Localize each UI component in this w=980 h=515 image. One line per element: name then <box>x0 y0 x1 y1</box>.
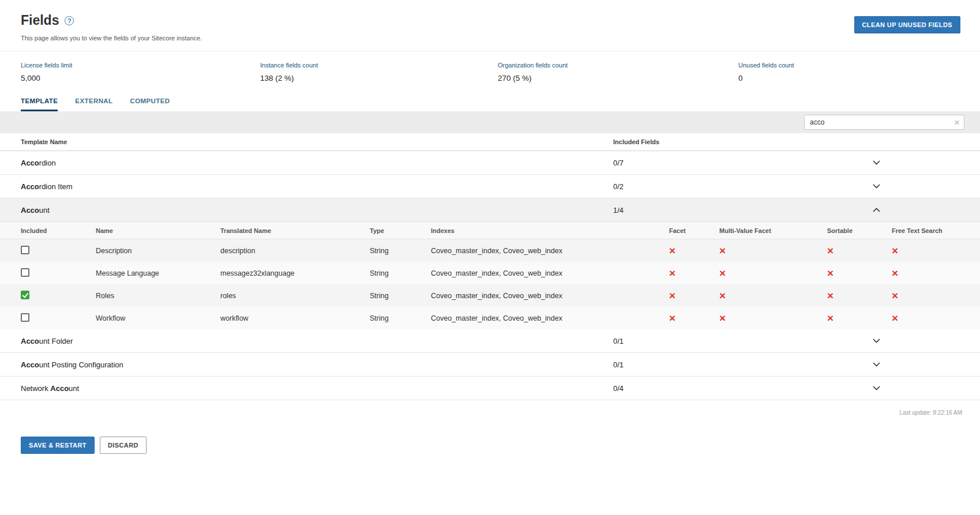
save-restart-button[interactable]: SAVE & RESTART <box>21 437 95 454</box>
sortable-disabled-icon: × <box>827 267 833 279</box>
included-fields-count: 0/2 <box>613 182 873 191</box>
stat-unused-fields-count: Unused fields count 0 <box>738 62 959 82</box>
column-header-included-fields: Included Fields <box>613 138 873 145</box>
multi-value-facet-disabled-icon: × <box>719 267 726 279</box>
tab-external[interactable]: EXTERNAL <box>75 97 112 111</box>
page-header: Fields ? This page allows you to view th… <box>0 0 980 51</box>
field-row-message-language: Message Language messagez32xlanguage Str… <box>0 262 980 284</box>
discard-button[interactable]: DISCARD <box>100 437 147 454</box>
template-row-accordion-item[interactable]: Accordion Item 0/2 <box>0 175 980 198</box>
help-icon[interactable]: ? <box>65 16 74 25</box>
clean-up-unused-fields-button[interactable]: CLEAN UP UNUSED FIELDS <box>854 16 961 33</box>
column-header-type: Type <box>370 227 431 234</box>
template-row-accordion[interactable]: Accordion 0/7 <box>0 151 980 175</box>
stat-value: 270 (5 %) <box>498 74 738 82</box>
facet-disabled-icon: × <box>669 267 675 279</box>
template-row-network-account[interactable]: Network Account 0/4 <box>0 377 980 400</box>
included-fields-count: 0/4 <box>613 384 873 393</box>
field-indexes: Coveo_master_index, Coveo_web_index <box>431 292 669 300</box>
chevron-down-icon[interactable] <box>873 339 880 343</box>
column-header-facet: Facet <box>669 227 719 234</box>
template-name: Accordion Item <box>21 182 613 191</box>
table-toolbar: × <box>0 111 980 133</box>
name-rest: unt Folder <box>39 337 73 345</box>
templates-table: Template Name Included Fields Accordion … <box>0 133 980 400</box>
sortable-disabled-icon: × <box>827 290 833 302</box>
field-type: String <box>370 269 431 277</box>
template-name: Account Posting Configuration <box>21 360 613 369</box>
sortable-disabled-icon: × <box>827 245 833 257</box>
name-match: Acco <box>21 337 39 345</box>
tab-computed[interactable]: COMPUTED <box>130 97 170 111</box>
stat-label: Unused fields count <box>738 62 959 69</box>
name-match: Acco <box>21 159 39 167</box>
facet-disabled-icon: × <box>669 290 675 302</box>
field-row-description: Description description String Coveo_mas… <box>0 239 980 262</box>
column-header-sortable: Sortable <box>827 227 892 234</box>
name-match: Acco <box>21 182 39 191</box>
chevron-down-icon[interactable] <box>873 362 880 367</box>
included-fields-count: 0/1 <box>613 360 873 369</box>
free-text-search-disabled-icon: × <box>892 290 898 302</box>
included-checkbox[interactable] <box>21 313 29 322</box>
page-title: Fields <box>21 13 59 28</box>
multi-value-facet-disabled-icon: × <box>719 312 726 324</box>
name-rest: rdion <box>39 159 56 167</box>
stat-license-fields-limit: License fields limit 5,000 <box>21 62 260 82</box>
chevron-down-icon[interactable] <box>873 386 880 390</box>
chevron-down-icon[interactable] <box>873 184 880 189</box>
column-header-name: Name <box>96 227 220 234</box>
field-type: String <box>370 247 431 255</box>
included-fields-count: 1/4 <box>613 206 873 215</box>
stat-label: Instance fields count <box>260 62 498 69</box>
field-type: String <box>370 292 431 300</box>
field-name: Workflow <box>96 314 220 322</box>
field-translated-name: description <box>220 247 370 255</box>
column-header-included: Included <box>21 227 96 234</box>
name-match: Acco <box>21 360 39 369</box>
stat-organization-fields-count: Organization fields count 270 (5 %) <box>498 62 738 82</box>
column-header-indexes: Indexes <box>431 227 669 234</box>
field-translated-name: workflow <box>220 314 370 322</box>
template-row-account-folder[interactable]: Account Folder 0/1 <box>0 329 980 353</box>
field-name: Description <box>96 247 220 255</box>
field-translated-name: roles <box>220 292 370 300</box>
free-text-search-disabled-icon: × <box>892 245 898 257</box>
clear-search-icon[interactable]: × <box>954 118 960 127</box>
field-translated-name: messagez32xlanguage <box>220 269 370 277</box>
template-name: Accordion <box>21 159 613 167</box>
name-match: Acco <box>21 206 39 215</box>
included-fields-count: 0/1 <box>613 337 873 345</box>
stat-label: Organization fields count <box>498 62 738 69</box>
tab-template[interactable]: TEMPLATE <box>21 97 58 111</box>
last-update-timestamp: Last update: 8:22:16 AM <box>0 400 980 416</box>
template-name: Network Account <box>21 384 613 393</box>
title-row: Fields ? <box>21 13 960 28</box>
chevron-down-icon[interactable] <box>873 160 880 165</box>
sortable-disabled-icon: × <box>827 312 833 324</box>
name-match: Acco <box>50 384 69 393</box>
name-pre: Network <box>21 384 50 393</box>
name-rest: unt Posting Configuration <box>39 360 123 369</box>
search-input[interactable] <box>804 115 964 130</box>
tabs: TEMPLATE EXTERNAL COMPUTED <box>0 82 980 111</box>
included-checkbox[interactable] <box>21 291 29 299</box>
subtable-header-row: Included Name Translated Name Type Index… <box>0 222 980 239</box>
field-indexes: Coveo_master_index, Coveo_web_index <box>431 314 669 322</box>
template-row-account-posting-configuration[interactable]: Account Posting Configuration 0/1 <box>0 353 980 377</box>
template-name: Account Folder <box>21 337 613 345</box>
name-rest: unt <box>69 384 79 393</box>
field-indexes: Coveo_master_index, Coveo_web_index <box>431 269 669 277</box>
field-name: Roles <box>96 292 220 300</box>
account-fields-subtable: Included Name Translated Name Type Index… <box>0 222 980 329</box>
chevron-up-icon[interactable] <box>873 208 880 212</box>
field-indexes: Coveo_master_index, Coveo_web_index <box>431 247 669 255</box>
table-header-row: Template Name Included Fields <box>0 133 980 151</box>
template-row-account[interactable]: Account 1/4 <box>0 198 980 222</box>
included-checkbox[interactable] <box>21 246 29 254</box>
stat-value: 0 <box>738 74 959 82</box>
included-checkbox[interactable] <box>21 268 29 277</box>
column-header-translated-name: Translated Name <box>220 227 370 234</box>
included-fields-count: 0/7 <box>613 159 873 167</box>
column-header-template-name: Template Name <box>21 138 613 145</box>
